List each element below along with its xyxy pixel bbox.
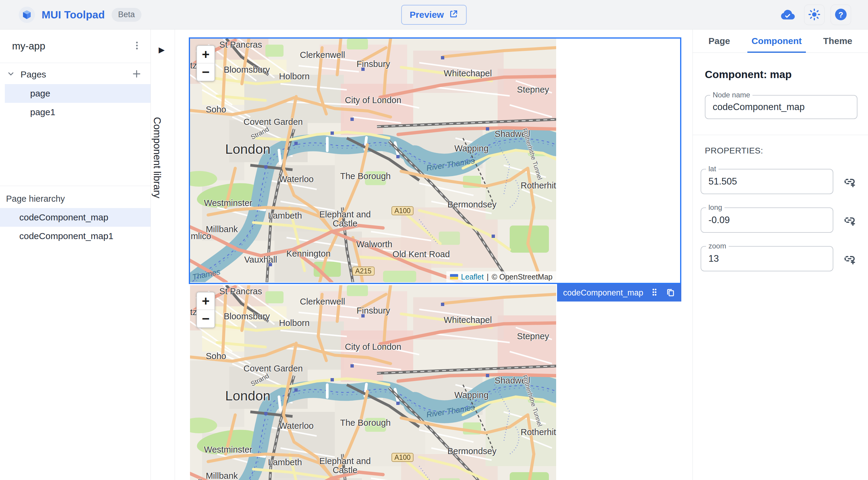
- map-label: London: [225, 389, 271, 403]
- editor-canvas[interactable]: itzSt PancrasClerkenwellFinsburyBloomsbu…: [175, 30, 692, 480]
- page-item-page[interactable]: page: [5, 84, 151, 103]
- property-field-lat: lat: [701, 169, 833, 194]
- duplicate-icon[interactable]: [665, 287, 675, 298]
- preview-button[interactable]: Preview: [401, 5, 467, 25]
- inspector-panel: PageComponentTheme Component: map Node n…: [692, 30, 868, 480]
- map-label: Westminster: [204, 445, 252, 454]
- chevron-down-icon[interactable]: [7, 70, 15, 79]
- zoom-out-button[interactable]: −: [197, 310, 214, 327]
- zoom-out-button[interactable]: −: [197, 63, 214, 81]
- map-label: The Borough: [340, 171, 391, 181]
- map-label: Soho: [206, 352, 226, 361]
- component-library-panel[interactable]: ▶ Component library: [151, 30, 175, 480]
- map-label: A215: [352, 266, 375, 276]
- add-page-plus-icon[interactable]: [132, 69, 142, 80]
- map-label: Stepney: [517, 332, 549, 341]
- map-label: Whitechapel: [444, 315, 492, 324]
- pages-section-header[interactable]: Pages: [0, 65, 151, 84]
- beta-badge: Beta: [112, 8, 142, 22]
- map-label: itz: [190, 61, 197, 70]
- property-field-long: long: [701, 207, 833, 233]
- ukraine-flag-icon: [450, 274, 458, 280]
- light-mode-sun-icon: [808, 8, 821, 22]
- project-name: my-app: [12, 40, 45, 52]
- map-label: Bermondsey: [447, 447, 496, 455]
- svg-text:?: ?: [838, 10, 843, 19]
- map-label: Stepney: [517, 85, 549, 94]
- add-binding-icon[interactable]: [842, 251, 858, 266]
- properties-list: latlongzoom: [693, 169, 868, 271]
- map-label: London: [225, 142, 271, 156]
- leaflet-link[interactable]: Leaflet: [461, 273, 484, 281]
- map-label: St Pancras: [219, 287, 262, 296]
- app-header: MUI Toolpad Beta Preview: [0, 0, 868, 30]
- map-label: Clerkenwell: [300, 50, 345, 59]
- map-label: Lambeth: [268, 458, 302, 467]
- map-label: Rotherhithe: [521, 181, 556, 190]
- map-label: Clerkenwell: [300, 297, 345, 306]
- map-component-1[interactable]: itzSt PancrasClerkenwellFinsburyBloomsbu…: [190, 285, 556, 480]
- pages-section-label: Pages: [21, 69, 132, 79]
- help-button[interactable]: ?: [831, 4, 851, 25]
- map-label: City of London: [345, 96, 401, 105]
- help-icon: ?: [834, 7, 848, 22]
- map-label: mlico: [191, 231, 211, 241]
- property-input-long[interactable]: [701, 208, 833, 232]
- map-attribution: Leaflet | © OpenStreetMap: [446, 271, 556, 282]
- map-label: A100: [392, 206, 414, 215]
- map-label: Rotherhithe: [521, 427, 556, 437]
- map-label: Waterloo: [279, 174, 314, 184]
- property-row-lat: lat: [701, 169, 868, 194]
- property-input-zoom[interactable]: [701, 247, 833, 271]
- tab-page[interactable]: Page: [706, 30, 733, 53]
- map-label: Wapping: [455, 390, 489, 399]
- map-label: Covent Garden: [243, 117, 303, 126]
- property-label: lat: [706, 165, 718, 173]
- property-row-long: long: [701, 207, 868, 233]
- map-label: Holborn: [279, 72, 310, 81]
- property-input-lat[interactable]: [701, 169, 833, 194]
- property-field-zoom: zoom: [701, 246, 833, 271]
- map-label: Bermondsey: [447, 200, 496, 209]
- zoom-in-button[interactable]: +: [197, 46, 214, 63]
- map-label: Westminster: [204, 198, 252, 207]
- hierarchy-item-codeComponent_map[interactable]: codeComponent_map: [0, 208, 151, 227]
- map-zoom-control: + −: [196, 292, 215, 328]
- properties-label: PROPERTIES:: [705, 146, 868, 156]
- node-name-label: Node name: [710, 91, 752, 99]
- page-hierarchy-list: codeComponent_mapcodeComponent_map1: [0, 208, 151, 246]
- map-label: itz: [190, 308, 197, 317]
- add-binding-icon[interactable]: [842, 174, 858, 189]
- app-title: MUI Toolpad: [42, 9, 105, 21]
- theme-toggle-button[interactable]: [804, 4, 825, 25]
- brand: MUI Toolpad Beta: [19, 7, 142, 23]
- property-row-zoom: zoom: [701, 246, 868, 271]
- map-label: Soho: [206, 105, 226, 114]
- preview-button-label: Preview: [409, 10, 444, 20]
- map-label: St Pancras: [219, 40, 262, 49]
- delete-trash-icon[interactable]: [682, 288, 691, 298]
- project-menu-kebab-icon[interactable]: [132, 40, 142, 52]
- property-label: zoom: [706, 242, 728, 250]
- add-binding-icon[interactable]: [842, 212, 858, 228]
- toolpad-logo-icon: [19, 7, 35, 23]
- node-name-field: Node name: [705, 95, 858, 119]
- map-component[interactable]: itzSt PancrasClerkenwellFinsburyBloomsbu…: [190, 39, 556, 282]
- zoom-in-button[interactable]: +: [197, 292, 214, 310]
- expand-arrow-icon[interactable]: ▶: [159, 45, 165, 55]
- drag-handle-icon[interactable]: [650, 288, 659, 298]
- inspector-tabs: PageComponentTheme: [693, 30, 868, 53]
- tab-component[interactable]: Component: [749, 30, 804, 53]
- page-item-page1[interactable]: page1: [0, 103, 151, 122]
- hierarchy-item-codeComponent_map1[interactable]: codeComponent_map1: [0, 227, 151, 246]
- tab-theme[interactable]: Theme: [820, 30, 855, 53]
- map-label: Elephant and Castle: [319, 210, 371, 228]
- map-label: Wapping: [455, 144, 489, 153]
- pages-list: pagepage1: [0, 84, 151, 122]
- osm-copyright: © OpenStreetMap: [492, 273, 553, 281]
- map-label: Kennington: [286, 249, 331, 258]
- map-label: Waterloo: [279, 421, 314, 430]
- divider: [693, 135, 868, 135]
- map-label: Elephant and Castle: [319, 456, 371, 475]
- map-label: mlico: [191, 478, 211, 480]
